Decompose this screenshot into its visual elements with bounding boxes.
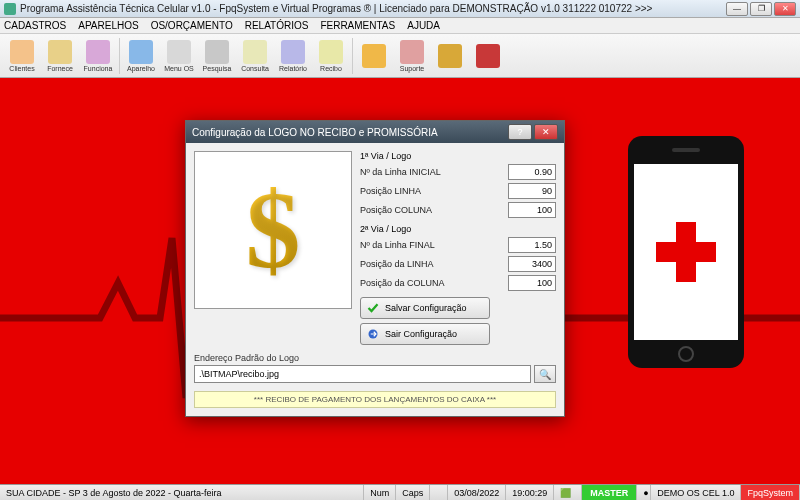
menu-relatorios[interactable]: RELATÓRIOS bbox=[245, 20, 309, 31]
toolbar-item-Fornece[interactable]: Fornece bbox=[42, 36, 78, 76]
phone-speaker-icon bbox=[672, 148, 700, 152]
f1-label: Nº da Linha INICIAL bbox=[360, 167, 508, 177]
f1-input[interactable] bbox=[508, 164, 556, 180]
statusbar: SUA CIDADE - SP 3 de Agosto de 2022 - Qu… bbox=[0, 484, 800, 500]
f5-label: Posição da LINHA bbox=[360, 259, 508, 269]
dialog-footer-note: *** RECIBO DE PAGAMENTO DOS LANÇAMENTOS … bbox=[194, 391, 556, 408]
f4-input[interactable] bbox=[508, 237, 556, 253]
f6-label: Posição da COLUNA bbox=[360, 278, 508, 288]
dialog-titlebar[interactable]: Configuração da LOGO NO RECIBO e PROMISS… bbox=[186, 121, 564, 143]
toolbar-icon bbox=[167, 40, 191, 64]
toolbar-label: Pesquisa bbox=[203, 65, 232, 72]
status-time: 19:00:29 bbox=[506, 485, 554, 500]
close-button[interactable]: ✕ bbox=[774, 2, 796, 16]
toolbar-item-Suporte[interactable]: Suporte bbox=[394, 36, 430, 76]
toolbar-item-12[interactable] bbox=[470, 36, 506, 76]
check-icon bbox=[367, 302, 379, 314]
toolbar-item-Recibo[interactable]: Recibo bbox=[313, 36, 349, 76]
toolbar-icon bbox=[129, 40, 153, 64]
toolbar-label: Clientes bbox=[9, 65, 34, 72]
f3-label: Posição COLUNA bbox=[360, 205, 508, 215]
toolbar-icon bbox=[438, 44, 462, 68]
main-canvas: Configuração da LOGO NO RECIBO e PROMISS… bbox=[0, 78, 800, 484]
toolbar-item-Relatório[interactable]: Relatório bbox=[275, 36, 311, 76]
status-brand: FpqSystem bbox=[741, 485, 800, 500]
toolbar-item-Funciona[interactable]: Funciona bbox=[80, 36, 116, 76]
logo-preview: $ bbox=[194, 151, 352, 309]
toolbar-item-Clientes[interactable]: Clientes bbox=[4, 36, 40, 76]
toolbar-label: Fornece bbox=[47, 65, 73, 72]
toolbar-icon bbox=[10, 40, 34, 64]
dialog-close-button[interactable]: ✕ bbox=[534, 124, 558, 140]
status-indicator-icon: ● bbox=[637, 485, 651, 500]
toolbar-icon bbox=[400, 40, 424, 64]
browse-button[interactable]: 🔍 bbox=[534, 365, 556, 383]
menu-os-orcamento[interactable]: OS/ORÇAMENTO bbox=[151, 20, 233, 31]
toolbar-icon bbox=[205, 40, 229, 64]
phone-screen bbox=[634, 164, 738, 340]
minimize-button[interactable]: — bbox=[726, 2, 748, 16]
toolbar-label: Recibo bbox=[320, 65, 342, 72]
save-button-label: Salvar Configuração bbox=[385, 303, 467, 313]
exit-icon bbox=[367, 328, 379, 340]
toolbar-label: Consulta bbox=[241, 65, 269, 72]
phone-graphic bbox=[628, 136, 744, 368]
exit-config-button[interactable]: Sair Configuração bbox=[360, 323, 490, 345]
status-num: Num bbox=[364, 485, 396, 500]
toolbar-label: Aparelho bbox=[127, 65, 155, 72]
toolbar-icon bbox=[476, 44, 500, 68]
toolbar-label: Suporte bbox=[400, 65, 425, 72]
exit-button-label: Sair Configuração bbox=[385, 329, 457, 339]
f2-label: Posição LINHA bbox=[360, 186, 508, 196]
path-label: Endereço Padrão do Logo bbox=[194, 353, 556, 363]
phone-home-button-icon bbox=[678, 346, 694, 362]
window-titlebar: Programa Assistência Técnica Celular v1.… bbox=[0, 0, 800, 18]
toolbar: ClientesForneceFuncionaAparelhoMenu OSPe… bbox=[0, 34, 800, 78]
group2-title: 2ª Via / Logo bbox=[360, 224, 556, 234]
status-caps: Caps bbox=[396, 485, 430, 500]
f6-input[interactable] bbox=[508, 275, 556, 291]
maximize-button[interactable]: ❐ bbox=[750, 2, 772, 16]
toolbar-item-11[interactable] bbox=[432, 36, 468, 76]
dialog-title: Configuração da LOGO NO RECIBO e PROMISS… bbox=[192, 127, 508, 138]
group1-title: 1ª Via / Logo bbox=[360, 151, 556, 161]
f4-label: Nº da Linha FINAL bbox=[360, 240, 508, 250]
toolbar-label: Relatório bbox=[279, 65, 307, 72]
toolbar-item-Pesquisa[interactable]: Pesquisa bbox=[199, 36, 235, 76]
f3-input[interactable] bbox=[508, 202, 556, 218]
toolbar-label: Funciona bbox=[84, 65, 113, 72]
f2-input[interactable] bbox=[508, 183, 556, 199]
toolbar-icon bbox=[48, 40, 72, 64]
toolbar-icon bbox=[86, 40, 110, 64]
dollar-sign-icon: $ bbox=[246, 167, 301, 294]
toolbar-label: Menu OS bbox=[164, 65, 194, 72]
toolbar-item-Menu OS[interactable]: Menu OS bbox=[161, 36, 197, 76]
config-dialog: Configuração da LOGO NO RECIBO e PROMISS… bbox=[185, 120, 565, 417]
toolbar-item-9[interactable] bbox=[356, 36, 392, 76]
status-version: DEMO OS CEL 1.0 bbox=[651, 485, 741, 500]
toolbar-icon bbox=[281, 40, 305, 64]
window-title: Programa Assistência Técnica Celular v1.… bbox=[20, 3, 726, 14]
toolbar-icon bbox=[362, 44, 386, 68]
app-icon bbox=[4, 3, 16, 15]
logo-path-input[interactable] bbox=[194, 365, 531, 383]
toolbar-item-Consulta[interactable]: Consulta bbox=[237, 36, 273, 76]
status-user: MASTER bbox=[582, 485, 637, 500]
toolbar-icon bbox=[243, 40, 267, 64]
status-flag-icon: 🟩 bbox=[554, 485, 582, 500]
save-config-button[interactable]: Salvar Configuração bbox=[360, 297, 490, 319]
status-date: 03/08/2022 bbox=[448, 485, 506, 500]
menu-cadastros[interactable]: CADASTROS bbox=[4, 20, 66, 31]
dialog-help-button[interactable]: ? bbox=[508, 124, 532, 140]
menu-aparelhos[interactable]: APARELHOS bbox=[78, 20, 138, 31]
menu-ferramentas[interactable]: FERRAMENTAS bbox=[320, 20, 395, 31]
red-cross-icon bbox=[656, 222, 716, 282]
toolbar-icon bbox=[319, 40, 343, 64]
search-icon: 🔍 bbox=[539, 369, 551, 380]
menubar: CADASTROS APARELHOS OS/ORÇAMENTO RELATÓR… bbox=[0, 18, 800, 34]
menu-ajuda[interactable]: AJUDA bbox=[407, 20, 440, 31]
f5-input[interactable] bbox=[508, 256, 556, 272]
toolbar-item-Aparelho[interactable]: Aparelho bbox=[123, 36, 159, 76]
status-location: SUA CIDADE - SP 3 de Agosto de 2022 - Qu… bbox=[0, 485, 364, 500]
